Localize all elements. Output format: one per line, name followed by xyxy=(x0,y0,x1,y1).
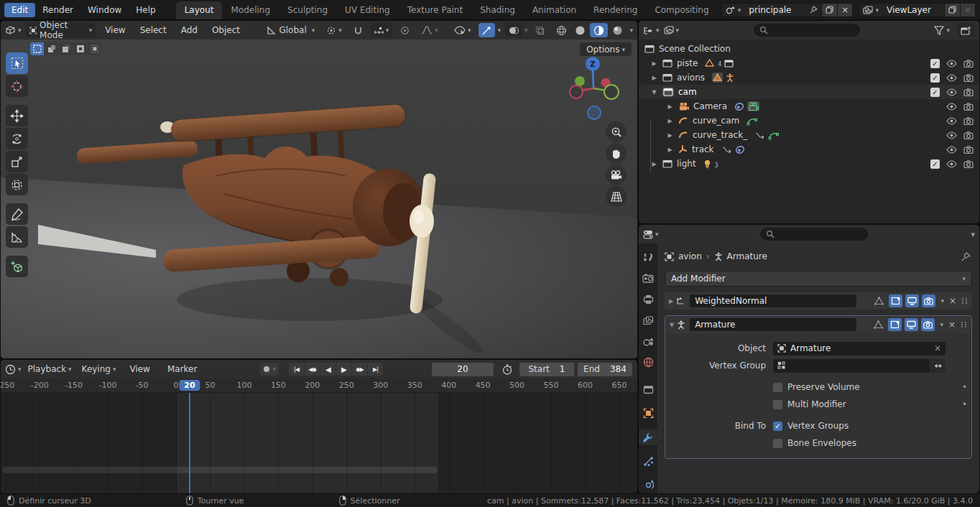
use-preview-range-toggle[interactable] xyxy=(502,364,512,375)
tool-measure[interactable] xyxy=(6,226,28,248)
pivot-point-selector[interactable]: ▾ xyxy=(323,23,346,37)
modifier-header[interactable]: ▶ WeightedNormal ▾ × xyxy=(665,292,972,310)
bone-envelopes-checkbox[interactable] xyxy=(773,439,782,448)
render-camera-icon[interactable] xyxy=(963,103,974,111)
tab-object[interactable] xyxy=(639,406,657,422)
play-button[interactable]: ▶ xyxy=(336,363,351,376)
filter-button[interactable]: ▾ xyxy=(934,26,950,35)
outliner-row-avions[interactable]: ▶ avions ✓ xyxy=(639,70,979,85)
pan-view-button[interactable] xyxy=(606,143,627,164)
menu-keying[interactable]: Keying▾ xyxy=(78,362,120,376)
tab-uv-editing[interactable]: UV Editing xyxy=(336,1,399,19)
outliner-row-piste[interactable]: ▶ piste 4 ✓ xyxy=(639,56,979,70)
editor-type-button[interactable]: ▾ xyxy=(5,364,22,375)
outliner-row-camera[interactable]: ▶ Camera xyxy=(639,99,979,113)
exclude-checkbox[interactable]: ✓ xyxy=(930,73,940,83)
mode-selector[interactable]: Object Mode ▾ xyxy=(26,23,96,37)
animate-property-dot[interactable]: • xyxy=(962,382,967,392)
editor-type-button[interactable]: ▾ xyxy=(5,25,22,35)
menu-marker[interactable]: Marker xyxy=(160,362,204,376)
tab-tool[interactable] xyxy=(639,249,657,265)
modifier-extras-dropdown[interactable]: ▾ xyxy=(940,321,943,328)
snap-target-selector[interactable]: ▾ xyxy=(371,23,393,37)
tab-render[interactable] xyxy=(639,270,657,286)
editor-type-button[interactable]: ▾ xyxy=(643,230,659,239)
expand-icon[interactable]: ▶ xyxy=(650,161,658,167)
shading-dropdown[interactable]: ▾ xyxy=(629,27,633,34)
menu-view[interactable]: View xyxy=(100,23,130,37)
prev-keyframe-button[interactable]: ◀◆ xyxy=(305,363,320,376)
new-collection-button[interactable] xyxy=(957,23,975,37)
shading-rendered-button[interactable] xyxy=(609,23,627,37)
delete-modifier-button[interactable]: × xyxy=(947,296,958,306)
shading-wireframe-button[interactable] xyxy=(553,23,570,37)
hide-eye-icon[interactable] xyxy=(946,117,957,125)
proportional-falloff-selector[interactable]: ▾ xyxy=(417,23,442,37)
menu-playback[interactable]: Playback▾ xyxy=(24,362,75,376)
viewlayer-name-field[interactable]: ViewLayer xyxy=(882,5,944,15)
tool-rotate[interactable] xyxy=(6,128,28,149)
hide-eye-icon[interactable] xyxy=(946,131,957,139)
current-frame-field[interactable]: 20 xyxy=(432,363,494,376)
shading-material-preview-button[interactable] xyxy=(590,23,608,37)
next-keyframe-button[interactable]: ◆▶ xyxy=(352,363,367,376)
properties-options-dropdown[interactable]: ▾ xyxy=(971,230,975,239)
timeline-tracks[interactable] xyxy=(1,393,637,493)
select-mode-extend[interactable] xyxy=(45,42,58,55)
perspective-toggle-button[interactable] xyxy=(606,186,627,207)
playhead-frame-label[interactable]: 20 xyxy=(179,380,200,391)
gizmo-dropdown[interactable]: ▾ xyxy=(497,27,501,34)
render-camera-icon[interactable] xyxy=(963,131,974,139)
vertex-groups-checkbox[interactable]: ✓ xyxy=(773,422,782,431)
armature-object-field[interactable]: Armature × xyxy=(773,342,946,355)
viewlayer-icon[interactable]: ▾ xyxy=(859,4,882,17)
scene-name-field[interactable]: principale xyxy=(744,5,806,15)
modifier-name-field[interactable]: WeightedNormal xyxy=(690,294,856,307)
tab-particles[interactable] xyxy=(639,453,657,469)
keying-set-dropdown[interactable]: ▾ xyxy=(272,366,276,373)
edit-mode-toggle[interactable] xyxy=(888,318,902,331)
remove-viewlayer-button[interactable]: × xyxy=(960,4,975,17)
tab-shading[interactable]: Shading xyxy=(471,1,524,19)
tab-animation[interactable]: Animation xyxy=(524,1,585,19)
render-toggle[interactable] xyxy=(921,318,935,331)
tool-transform[interactable] xyxy=(6,174,28,195)
playhead-line[interactable] xyxy=(189,393,190,493)
viewport-canvas[interactable]: Options ▾ Z xyxy=(1,39,637,358)
tab-physics[interactable] xyxy=(639,478,657,493)
tool-box-select[interactable] xyxy=(6,52,28,74)
hide-eye-icon[interactable] xyxy=(946,103,957,111)
jump-to-end-button[interactable]: ▶| xyxy=(368,363,383,376)
outliner-search-input[interactable] xyxy=(754,24,860,37)
menu-select[interactable]: Select xyxy=(135,23,172,37)
exclude-checkbox[interactable]: ✓ xyxy=(930,59,940,68)
timeline-ruler[interactable]: 20 -250-200-150-100-50050100150200250300… xyxy=(1,378,637,393)
expand-icon[interactable]: ▶ xyxy=(666,146,674,153)
outliner-row-curve-cam[interactable]: ▶ curve_cam xyxy=(639,113,979,128)
jump-to-start-button[interactable]: |◀ xyxy=(289,363,304,376)
play-reverse-button[interactable]: ◀ xyxy=(320,363,336,376)
exclude-checkbox[interactable]: ✓ xyxy=(930,88,940,97)
outliner-row-track[interactable]: ▶ track xyxy=(639,142,979,157)
tab-world[interactable] xyxy=(639,355,657,371)
camera-view-button[interactable] xyxy=(606,164,627,185)
tab-modifiers[interactable] xyxy=(639,429,657,445)
clear-object-button[interactable]: × xyxy=(934,343,941,353)
end-frame-field[interactable]: End384 xyxy=(578,363,632,376)
menu-add[interactable]: Add xyxy=(176,23,203,37)
proportional-editing-toggle[interactable] xyxy=(397,23,413,37)
breadcrumb-object[interactable]: avion xyxy=(678,251,702,261)
outliner-row-light[interactable]: ▶ light 3 ✓ xyxy=(639,157,979,171)
editor-type-button[interactable]: ▾ xyxy=(643,26,660,35)
on-cage-toggle[interactable] xyxy=(872,318,885,331)
hide-eye-icon[interactable] xyxy=(946,160,957,168)
snap-toggle[interactable] xyxy=(350,23,366,37)
show-gizmo-toggle[interactable] xyxy=(479,23,495,37)
zoom-view-button[interactable] xyxy=(606,121,627,142)
expand-icon[interactable]: ▶ xyxy=(650,60,658,67)
new-viewlayer-button[interactable] xyxy=(944,4,960,17)
tool-scale[interactable] xyxy=(6,151,28,172)
unlink-scene-button[interactable]: × xyxy=(837,4,852,17)
tab-view-layer[interactable] xyxy=(639,312,657,328)
tool-move[interactable] xyxy=(6,105,28,126)
